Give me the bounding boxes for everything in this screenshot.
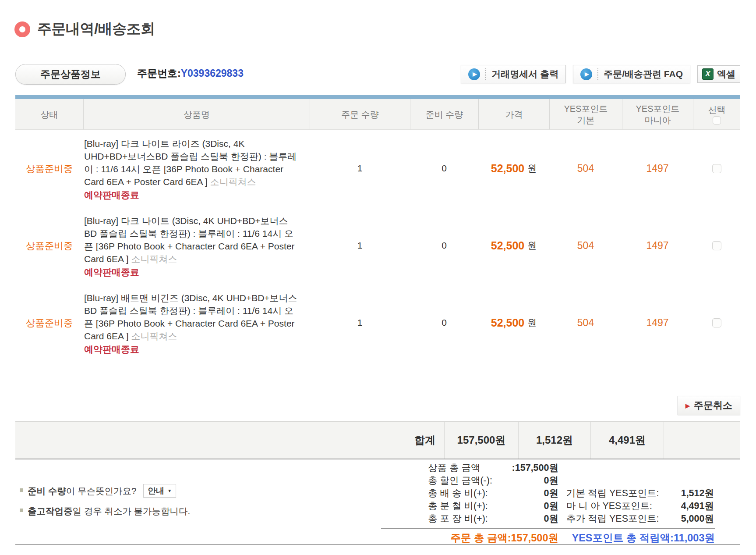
publisher-label: 소니픽쳐스: [131, 254, 177, 264]
toolbar-buttons: ▶ 거래명세서 출력 ▶ 주문/배송관련 FAQ X 엑셀: [461, 65, 740, 83]
yespoint-basic-value: 504: [549, 163, 622, 174]
product-cell: [Blu-ray] 다크 나이트 (3Disc, 4K UHD+BD+보너스BD…: [83, 208, 310, 283]
totals-row: 합계 157,500원 1,512원 4,491원: [15, 421, 740, 459]
page-title: 주문내역/배송조회: [37, 19, 155, 39]
header-order-qty: 주문 수량: [310, 99, 410, 129]
chevron-down-icon: ▼: [167, 488, 172, 493]
table-row: 상품준비중 [Blu-ray] 다크 나이트 라이즈 (3Disc, 4K UH…: [15, 130, 740, 207]
publisher-label: 소니픽쳐스: [131, 331, 177, 341]
guide-label: 안내: [148, 485, 164, 497]
summary-row: 총 배 송 비(+): 0원 기본 적립 YES포인트: 1,512원: [366, 487, 740, 500]
header-price: 가격: [478, 99, 549, 129]
product-title-link[interactable]: [Blu-ray] 다크 나이트 (3Disc, 4K UHD+BD+보너스BD…: [84, 216, 295, 264]
header-product-name: 상품명: [83, 99, 310, 129]
order-table-body: 상품준비중 [Blu-ray] 다크 나이트 라이즈 (3Disc, 4K UH…: [15, 130, 740, 361]
table-header: 상태 상품명 주문 수량 준비 수량 가격 YES포인트 기본 YES포인트 마…: [15, 99, 740, 130]
order-qty-value: 1: [310, 317, 410, 328]
price-cell: 52,500 원: [478, 162, 549, 175]
product-title-link[interactable]: [Blu-ray] 다크 나이트 라이즈 (3Disc, 4K UHD+BD+보…: [84, 139, 297, 187]
guide-dropdown-button[interactable]: 안내 ▼: [143, 484, 176, 498]
order-number-label: 주문번호:: [137, 68, 181, 79]
yespoint-basic-value: 504: [549, 317, 622, 329]
tab-label: 주문상품정보: [40, 68, 101, 81]
product-cell: [Blu-ray] 다크 나이트 라이즈 (3Disc, 4K UHD+BD+보…: [83, 131, 310, 206]
cancel-order-button[interactable]: ▶ 주문취소: [678, 396, 740, 415]
order-qty-value: 1: [310, 163, 410, 174]
totals-yespoint-basic: 1,512원: [518, 422, 590, 459]
play-circle-icon: ▶: [580, 68, 592, 80]
price-value: 52,500: [491, 317, 524, 329]
status-label: 상품준비중: [15, 162, 83, 175]
footnote-bold: 출고작업중: [28, 506, 73, 516]
order-qty-value: 1: [310, 240, 410, 251]
faq-label: 주문/배송관련 FAQ: [604, 68, 683, 80]
play-circle-icon: ▶: [468, 68, 480, 80]
ready-qty-value: 0: [410, 240, 478, 251]
dotted-divider: [597, 68, 598, 80]
footnote-text: 이 무슨뜻인가요?: [66, 486, 137, 496]
preorder-closed-label: 예약판매종료: [84, 343, 298, 356]
price-value: 52,500: [491, 162, 524, 175]
excel-label: 엑셀: [717, 68, 735, 80]
price-unit: 원: [527, 239, 537, 252]
yespoint-mania-value: 1497: [622, 240, 693, 252]
totals-yespoint-mania: 4,491원: [590, 422, 664, 459]
header-yespoint-mania: YES포인트 마니아: [622, 99, 693, 129]
grand-points-value: 11,003원: [674, 532, 715, 544]
summary-section: 준비 수량이 무슨뜻인가요? 안내 ▼ 출고작업중일 경우 취소가 불가능합니다…: [15, 460, 740, 545]
select-all-checkbox[interactable]: [713, 116, 721, 125]
table-row: 상품준비중 [Blu-ray] 배트맨 비긴즈 (3Disc, 4K UHD+B…: [15, 284, 740, 361]
totals-price: 157,500원: [444, 422, 518, 459]
header-ready-qty: 준비 수량: [410, 99, 478, 129]
footnote-bold: 준비 수량: [28, 486, 66, 496]
grand-total-label: 주문 총 금액:: [450, 532, 511, 544]
red-arrow-icon: ▶: [685, 402, 690, 409]
preorder-closed-label: 예약판매종료: [84, 266, 298, 278]
cancel-row: ▶ 주문취소: [15, 396, 740, 415]
summary-divider: [381, 528, 715, 529]
row-select-checkbox[interactable]: [712, 241, 721, 250]
cancel-order-label: 주문취소: [694, 399, 732, 412]
price-cell: 52,500 원: [478, 239, 549, 252]
yespoint-mania-value: 1497: [622, 163, 693, 174]
row-select-checkbox[interactable]: [712, 318, 721, 327]
excel-export-button[interactable]: X 엑셀: [697, 65, 740, 83]
totals-label: 합계: [15, 433, 444, 447]
order-number: 주문번호:Y0393629833: [137, 67, 244, 80]
statement-print-button[interactable]: ▶ 거래명세서 출력: [461, 65, 566, 83]
grand-total-row: 주문 총 금액:157,500원 YES포인트 총 적립액:11,003원: [366, 531, 740, 545]
header-yespoint-basic: YES포인트 기본: [549, 99, 622, 129]
order-number-value: Y0393629833: [181, 68, 244, 79]
publisher-label: 소니픽쳐스: [210, 177, 256, 187]
status-label: 상품준비중: [15, 317, 83, 329]
row-select-checkbox[interactable]: [712, 164, 721, 173]
order-delivery-faq-button[interactable]: ▶ 주문/배송관련 FAQ: [573, 65, 690, 83]
price-unit: 원: [527, 317, 537, 329]
ring-bullet-icon: [14, 21, 30, 37]
price-value: 52,500: [491, 239, 524, 252]
statement-print-label: 거래명세서 출력: [491, 68, 558, 80]
product-title-link[interactable]: [Blu-ray] 배트맨 비긴즈 (3Disc, 4K UHD+BD+보너스B…: [84, 293, 297, 341]
yespoint-basic-value: 504: [549, 240, 622, 252]
page-title-block: 주문내역/배송조회: [14, 19, 155, 39]
grand-points-label: YES포인트 총 적립액:: [572, 532, 673, 544]
totals-empty-cell: [664, 422, 740, 459]
price-unit: 원: [527, 162, 537, 174]
status-label: 상품준비중: [15, 239, 83, 252]
grand-total-value: 157,500원: [511, 532, 558, 544]
summary-row: 총 포 장 비(+): 0원 추가 적립 YES포인트: 5,000원: [366, 512, 740, 525]
dotted-divider: [485, 68, 486, 80]
square-bullet-icon: [20, 488, 23, 492]
blue-divider-bar: [15, 95, 740, 99]
summary-row: 상품 총 금액 :157,500원: [366, 462, 740, 474]
square-bullet-icon: [20, 509, 23, 512]
header-status: 상태: [15, 99, 83, 129]
toolbar: 주문상품정보 주문번호:Y0393629833 ▶ 거래명세서 출력 ▶ 주문/…: [15, 64, 740, 85]
preorder-closed-label: 예약판매종료: [84, 189, 298, 201]
ready-qty-value: 0: [410, 163, 478, 174]
price-cell: 52,500 원: [478, 317, 549, 329]
table-row: 상품준비중 [Blu-ray] 다크 나이트 (3Disc, 4K UHD+BD…: [15, 207, 740, 284]
tab-order-product-info[interactable]: 주문상품정보: [15, 64, 126, 85]
amount-summary: 상품 총 금액 :157,500원 총 할인 금액(-): 0원 총 배 송 비…: [366, 462, 740, 545]
footnotes: 준비 수량이 무슨뜻인가요? 안내 ▼ 출고작업중일 경우 취소가 불가능합니다…: [20, 484, 190, 525]
